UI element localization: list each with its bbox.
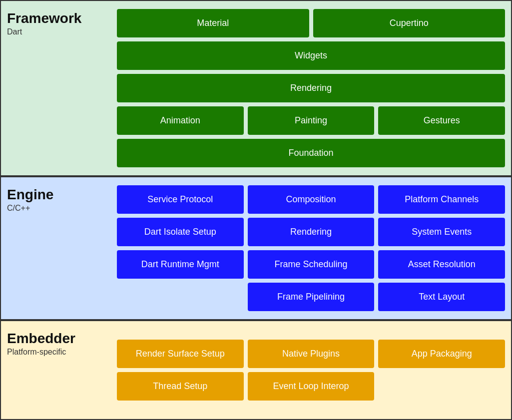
embedder-event-loop-interop: Event Loop Interop	[248, 372, 375, 401]
framework-title: Framework	[7, 11, 117, 26]
engine-empty	[117, 283, 244, 311]
engine-text-layout: Text Layout	[378, 283, 505, 311]
engine-platform-channels: Platform Channels	[378, 185, 505, 214]
framework-animation: Animation	[117, 106, 244, 135]
engine-row-1: Service Protocol Composition Platform Ch…	[117, 185, 505, 214]
engine-system-events: System Events	[378, 218, 505, 246]
embedder-row-2: Thread Setup Event Loop Interop	[117, 372, 505, 401]
framework-section: Framework Dart Material Cupertino Widget…	[0, 0, 512, 176]
embedder-title: Embedder	[7, 331, 117, 347]
framework-label: Framework Dart	[7, 9, 117, 167]
framework-widgets: Widgets	[117, 41, 505, 70]
engine-service-protocol: Service Protocol	[117, 185, 244, 214]
embedder-empty	[378, 372, 505, 401]
framework-painting: Painting	[248, 106, 375, 135]
embedder-render-surface-setup: Render Surface Setup	[117, 340, 244, 368]
framework-row-5: Foundation	[117, 139, 505, 167]
framework-row-3: Rendering	[117, 74, 505, 102]
engine-subtitle: C/C++	[7, 204, 117, 213]
engine-title: Engine	[7, 187, 117, 203]
framework-gestures: Gestures	[378, 106, 505, 135]
engine-section: Engine C/C++ Service Protocol Compositio…	[0, 176, 512, 320]
framework-content: Material Cupertino Widgets Rendering Ani…	[117, 9, 505, 167]
engine-row-4: Frame Pipelining Text Layout	[117, 283, 505, 311]
engine-frame-scheduling: Frame Scheduling	[248, 250, 375, 279]
embedder-section: Embedder Platform-specific Render Surfac…	[0, 320, 512, 420]
engine-composition: Composition	[248, 185, 375, 214]
framework-subtitle: Dart	[7, 27, 117, 36]
engine-label: Engine C/C++	[7, 185, 117, 311]
embedder-row-1: Render Surface Setup Native Plugins App …	[117, 340, 505, 368]
framework-row-2: Widgets	[117, 41, 505, 70]
framework-cupertino: Cupertino	[313, 9, 506, 37]
framework-foundation: Foundation	[117, 139, 505, 167]
engine-content: Service Protocol Composition Platform Ch…	[117, 185, 505, 311]
engine-dart-isolate-setup: Dart Isolate Setup	[117, 218, 244, 246]
embedder-content: Render Surface Setup Native Plugins App …	[117, 329, 505, 411]
engine-rendering: Rendering	[248, 218, 375, 246]
embedder-thread-setup: Thread Setup	[117, 372, 244, 401]
engine-asset-resolution: Asset Resolution	[378, 250, 505, 279]
engine-frame-pipelining: Frame Pipelining	[248, 283, 375, 311]
engine-dart-runtime-mgmt: Dart Runtime Mgmt	[117, 250, 244, 279]
framework-row-1: Material Cupertino	[117, 9, 505, 37]
embedder-app-packaging: App Packaging	[378, 340, 505, 368]
framework-row-4: Animation Painting Gestures	[117, 106, 505, 135]
embedder-subtitle: Platform-specific	[7, 348, 117, 357]
embedder-label: Embedder Platform-specific	[7, 329, 117, 411]
embedder-native-plugins: Native Plugins	[248, 340, 375, 368]
framework-material: Material	[117, 9, 309, 37]
framework-rendering: Rendering	[117, 74, 505, 102]
engine-row-2: Dart Isolate Setup Rendering System Even…	[117, 218, 505, 246]
engine-row-3: Dart Runtime Mgmt Frame Scheduling Asset…	[117, 250, 505, 279]
